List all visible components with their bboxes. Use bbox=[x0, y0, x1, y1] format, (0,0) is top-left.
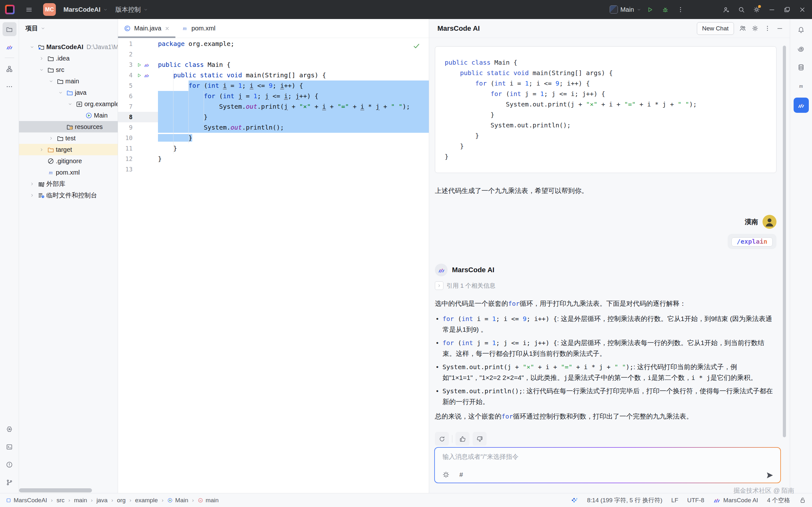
code-line-12[interactable]: 12} bbox=[118, 154, 429, 164]
breadcrumb-item[interactable]: MarsCodeAI bbox=[6, 497, 47, 504]
code-line-13[interactable]: 13 bbox=[118, 164, 429, 175]
code-line-7[interactable]: 7 System.out.print(j + "×" + i + "=" + i… bbox=[118, 101, 429, 112]
settings-button[interactable] bbox=[750, 3, 763, 16]
code-area[interactable]: 1package org.example;23public class Main… bbox=[118, 38, 429, 493]
gutter[interactable]: 7 bbox=[118, 101, 158, 112]
tree-item-gitignore[interactable]: .gitignore bbox=[19, 155, 118, 167]
run-gutter-icon[interactable] bbox=[136, 62, 142, 68]
breadcrumb-item[interactable]: mmain bbox=[198, 497, 218, 504]
tree-item-scratches[interactable]: 临时文件和控制台 bbox=[19, 189, 118, 201]
minimize-button[interactable] bbox=[765, 3, 778, 16]
send-button[interactable] bbox=[766, 471, 774, 480]
tree-item-pom[interactable]: mpom.xml bbox=[19, 167, 118, 178]
gutter[interactable]: 2 bbox=[118, 49, 158, 60]
chat-input[interactable] bbox=[442, 453, 761, 461]
caret-position[interactable]: 8:14 (199 字符, 5 行 换行符) bbox=[587, 496, 663, 504]
run-button[interactable] bbox=[643, 3, 657, 16]
gutter[interactable]: 13 bbox=[118, 164, 158, 175]
tree-item-idea[interactable]: .idea bbox=[19, 53, 118, 64]
breadcrumb-item[interactable]: main bbox=[74, 497, 87, 504]
code-line-2[interactable]: 2 bbox=[118, 49, 429, 60]
share-button[interactable] bbox=[739, 25, 746, 32]
marscode-gutter-icon[interactable] bbox=[144, 62, 149, 68]
code-line-3[interactable]: 3public class Main { bbox=[118, 60, 429, 70]
thumb-up-button[interactable] bbox=[455, 432, 469, 446]
gutter[interactable]: 9 bbox=[118, 122, 158, 133]
gutter[interactable]: 8 bbox=[118, 112, 158, 122]
chevron-down-icon[interactable] bbox=[28, 45, 36, 49]
tab-Main.java[interactable]: Main.java bbox=[118, 19, 175, 38]
marscode-status[interactable]: MarsCode AI bbox=[713, 497, 758, 504]
breadcrumb-item[interactable]: org bbox=[117, 497, 125, 504]
tree-item-src[interactable]: src bbox=[19, 64, 118, 75]
indent-style[interactable]: 4 个空格 bbox=[767, 496, 790, 504]
code-line-9[interactable]: 9 System.out.println(); bbox=[118, 122, 429, 133]
chat-scrollbar[interactable] bbox=[783, 46, 786, 437]
gutter[interactable]: 1 bbox=[118, 39, 158, 49]
code-line-10[interactable]: 10 } bbox=[118, 133, 429, 143]
chevron-right-icon[interactable] bbox=[28, 181, 36, 186]
main-menu-button[interactable] bbox=[22, 3, 36, 16]
more-tools[interactable] bbox=[3, 79, 16, 94]
code-with-me-button[interactable] bbox=[719, 3, 733, 16]
chevron-right-icon[interactable] bbox=[47, 136, 55, 141]
chevron-down-icon[interactable] bbox=[66, 102, 74, 107]
close-tab-icon[interactable] bbox=[165, 26, 170, 31]
gutter[interactable]: 3 bbox=[118, 60, 158, 70]
code-line-11[interactable]: 11 } bbox=[118, 143, 429, 154]
tree-item-org-example[interactable]: org.example bbox=[19, 98, 118, 110]
database[interactable] bbox=[794, 60, 808, 74]
ai-assistant[interactable] bbox=[794, 42, 808, 55]
tree-item-test[interactable]: test bbox=[19, 132, 118, 144]
explain-command-chip[interactable]: /explain bbox=[731, 237, 773, 246]
breadcrumb-item[interactable]: Main bbox=[167, 497, 188, 504]
notifications[interactable] bbox=[794, 23, 808, 37]
context-button[interactable]: # bbox=[457, 470, 465, 479]
horizontal-scrollbar[interactable] bbox=[19, 488, 92, 493]
tree-item-marscodeai[interactable]: MarsCodeAID:\Java1\Ma bbox=[19, 41, 118, 53]
chevron-down-icon[interactable] bbox=[47, 79, 55, 83]
marscode-ai[interactable] bbox=[794, 98, 809, 113]
ide-status-icon[interactable] bbox=[571, 497, 578, 504]
tree-item-resources[interactable]: resources bbox=[19, 121, 118, 132]
regenerate-button[interactable] bbox=[435, 432, 449, 446]
encoding[interactable]: UTF-8 bbox=[687, 497, 704, 504]
chevron-right-icon[interactable] bbox=[435, 281, 444, 290]
breadcrumb-item[interactable]: example bbox=[135, 497, 158, 504]
search-everywhere-button[interactable] bbox=[734, 3, 748, 16]
vcs-widget[interactable]: 版本控制 bbox=[115, 5, 148, 14]
version-control-tool[interactable] bbox=[3, 475, 16, 489]
hide-button[interactable] bbox=[776, 25, 783, 32]
line-separator[interactable]: LF bbox=[671, 497, 678, 504]
commands-button[interactable] bbox=[442, 470, 450, 479]
project-selector[interactable]: MarsCodeAI bbox=[63, 6, 108, 13]
run-gutter-icon[interactable] bbox=[136, 72, 142, 78]
restore-button[interactable] bbox=[780, 3, 794, 16]
more-actions-button[interactable] bbox=[674, 3, 687, 16]
run-tool[interactable] bbox=[3, 422, 16, 436]
tree-item-external-libs[interactable]: 外部库 bbox=[19, 178, 118, 189]
settings-button[interactable] bbox=[751, 25, 759, 32]
inspection-ok-icon[interactable] bbox=[412, 42, 420, 50]
chevron-down-icon[interactable] bbox=[56, 90, 65, 95]
code-line-6[interactable]: 6 for (int j = 1; j <= i; j++) { bbox=[118, 91, 429, 101]
chevron-right-icon[interactable] bbox=[28, 193, 36, 198]
tree-item-java[interactable]: java bbox=[19, 87, 118, 98]
tree-item-main-class[interactable]: Main bbox=[19, 110, 118, 121]
gutter[interactable]: 11 bbox=[118, 143, 158, 154]
tree-item-main-dir[interactable]: main bbox=[19, 75, 118, 87]
marscode-tool[interactable] bbox=[3, 40, 16, 54]
terminal-tool[interactable] bbox=[3, 440, 16, 454]
gutter[interactable]: 6 bbox=[118, 91, 158, 101]
code-line-8[interactable]: 8 } bbox=[118, 112, 429, 122]
marscode-gutter-icon[interactable] bbox=[144, 72, 149, 78]
gutter[interactable]: 4 bbox=[118, 70, 158, 80]
chat-code-block[interactable]: public class Main { public static void m… bbox=[435, 46, 776, 173]
chevron-down-icon[interactable] bbox=[38, 67, 46, 72]
reference-row[interactable]: 引用 1 个相关信息 bbox=[435, 281, 776, 290]
gutter[interactable]: 5 bbox=[118, 80, 158, 91]
debug-button[interactable] bbox=[658, 3, 672, 16]
close-button[interactable] bbox=[796, 3, 809, 16]
project-panel-header[interactable]: 项目 bbox=[19, 19, 118, 38]
project-tool[interactable] bbox=[3, 22, 16, 36]
